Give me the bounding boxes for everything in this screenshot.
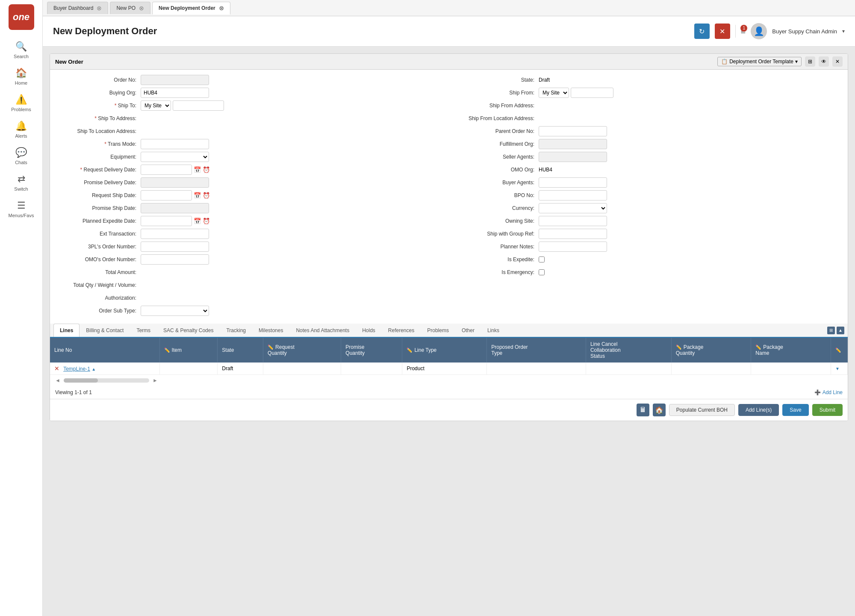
chat-icon: 💬 [15,147,27,158]
lines-table-container: Line No ✏️Item State ✏️RequestQuantity P… [50,338,848,375]
tab-nav-notes-attachments[interactable]: Notes And Attachments [289,324,356,337]
tab-nav-billing-contact[interactable]: Billing & Contact [80,324,130,337]
omo-org-label: OMO Org: [453,167,539,173]
sidebar-item-switch[interactable]: ⇄ Switch [0,169,42,196]
close-button[interactable]: ✕ [715,24,730,39]
request-ship-date-group: 📅 ⏰ [141,190,210,200]
tab-nav-terms[interactable]: Terms [130,324,157,337]
sidebar-label-menus: Menus/Favs [9,213,34,218]
save-home-button[interactable]: 🏠 [653,404,666,416]
notification-button[interactable]: ≡ 1 [741,27,746,36]
sidebar-item-problems[interactable]: ⚠️ Problems [0,90,42,116]
ship-to-select[interactable]: My Site [141,100,171,111]
column-config-button[interactable]: ⊞ [805,56,815,67]
tab-nav-milestones[interactable]: Milestones [252,324,289,337]
calculator-button[interactable]: 🖩 [637,404,649,416]
promise-delivery-input[interactable] [141,177,209,188]
sidebar-item-home[interactable]: 🏠 Home [0,63,42,90]
tab-nav-other[interactable]: Other [455,324,481,337]
planned-expedite-calendar-icon[interactable]: 📅 [194,218,201,224]
ext-transaction-input[interactable] [141,229,209,239]
parent-order-input[interactable] [539,126,607,136]
planned-expedite-date-input[interactable] [141,216,192,226]
omo-order-input[interactable] [141,254,209,265]
tab-close-new-deployment-order[interactable]: ⊗ [219,5,224,12]
tab-nav-tracking[interactable]: Tracking [220,324,252,337]
omo-order-label: OMO's Order Number: [55,256,141,262]
seller-agents-input[interactable] [539,152,607,162]
tab-nav-links[interactable]: Links [481,324,506,337]
refresh-button[interactable]: ↻ [694,24,710,39]
tab-nav-expand-button[interactable]: ⊞ [827,327,835,334]
buyer-agents-input[interactable] [539,177,607,188]
request-delivery-calendar-icon[interactable]: 📅 [194,166,201,173]
ship-to-extra-input[interactable] [173,100,224,111]
add-line-link[interactable]: ➕ Add Line [814,389,843,395]
order-sub-type-select[interactable] [141,306,209,316]
tab-buyer-dashboard[interactable]: Buyer Dashboard ⊗ [47,2,108,14]
template-button[interactable]: 📋 Deployment Order Template ▾ [717,57,802,66]
total-qty-row: Total Qty / Weight / Volume: [55,280,445,290]
tab-nav-collapse-button[interactable]: ▲ [837,327,844,334]
submit-button[interactable]: Submit [812,404,843,416]
planner-notes-input[interactable] [539,242,607,252]
bpo-no-row: BPO No: [453,190,843,200]
panel-close-button[interactable]: ✕ [832,56,843,67]
owning-site-input[interactable] [539,216,607,226]
scroll-left-arrow[interactable]: ◄ [55,377,60,383]
tab-close-new-po[interactable]: ⊗ [139,5,144,12]
fulfillment-org-input[interactable] [539,139,607,149]
ship-from-extra-input[interactable] [571,88,613,98]
planned-expedite-time-icon[interactable]: ⏰ [203,218,210,224]
temp-line-link[interactable]: TempLine-1 [63,366,90,372]
view-button[interactable]: 👁 [819,56,829,67]
authorization-row: Authorization: [55,293,445,303]
parent-order-row: Parent Order No: [453,126,843,136]
ship-from-select[interactable]: My Site [539,88,569,98]
form-right-column: State: Draft Ship From: My Site Ship Fro… [453,75,843,318]
tab-nav-lines[interactable]: Lines [53,324,80,338]
sidebar-label-switch: Switch [14,186,28,192]
currency-select[interactable] [539,203,607,213]
populate-boh-button[interactable]: Populate Current BOH [669,404,735,416]
promise-ship-input[interactable] [141,203,209,213]
order-no-input[interactable] [141,75,209,85]
tab-close-buyer-dashboard[interactable]: ⊗ [97,5,102,12]
is-expedite-checkbox[interactable] [539,256,545,262]
tab-nav-problems[interactable]: Problems [421,324,455,337]
table-header: Line No ✏️Item State ✏️RequestQuantity P… [50,338,848,363]
ship-group-ref-input[interactable] [539,229,607,239]
threepl-order-row: 3PL's Order Number: [55,242,445,252]
request-ship-calendar-icon[interactable]: 📅 [194,192,201,199]
tab-new-deployment-order[interactable]: New Deployment Order ⊗ [152,2,230,15]
request-delivery-time-icon[interactable]: ⏰ [203,166,210,173]
sidebar-item-chats[interactable]: 💬 Chats [0,143,42,169]
equipment-select[interactable] [141,152,209,162]
tab-nav-holds[interactable]: Holds [356,324,382,337]
sidebar-item-search[interactable]: 🔍 Search [0,37,42,63]
tab-nav-references[interactable]: References [382,324,421,337]
scroll-right-arrow[interactable]: ► [153,377,158,383]
page-title: New Deployment Order [53,26,157,37]
request-ship-date-input[interactable] [141,190,192,200]
save-button[interactable]: Save [782,404,808,416]
app-logo[interactable]: one [9,4,34,30]
request-delivery-date-input[interactable] [141,165,192,175]
bpo-no-input[interactable] [539,190,607,200]
request-ship-time-icon[interactable]: ⏰ [203,192,210,199]
state-row: State: Draft [453,75,843,85]
horizontal-scrollbar[interactable] [64,378,149,383]
is-emergency-checkbox[interactable] [539,269,545,275]
sidebar-item-alerts[interactable]: 🔔 Alerts [0,116,42,143]
buying-org-input[interactable] [141,88,209,98]
table-footer: Viewing 1-1 of 1 ➕ Add Line [50,386,848,399]
trans-mode-input[interactable] [141,139,209,149]
user-dropdown-icon[interactable]: ▾ [842,28,845,34]
add-lines-button[interactable]: Add Line(s) [738,404,779,416]
threepl-order-input[interactable] [141,242,209,252]
sidebar-item-menus[interactable]: ☰ Menus/Favs [0,196,42,222]
row-delete-icon[interactable]: ✕ [54,365,59,372]
tab-new-po[interactable]: New PO ⊗ [110,2,150,14]
ship-from-address-label: Ship From Address: [453,103,539,109]
tab-nav-sac-penalty-codes[interactable]: SAC & Penalty Codes [157,324,220,337]
